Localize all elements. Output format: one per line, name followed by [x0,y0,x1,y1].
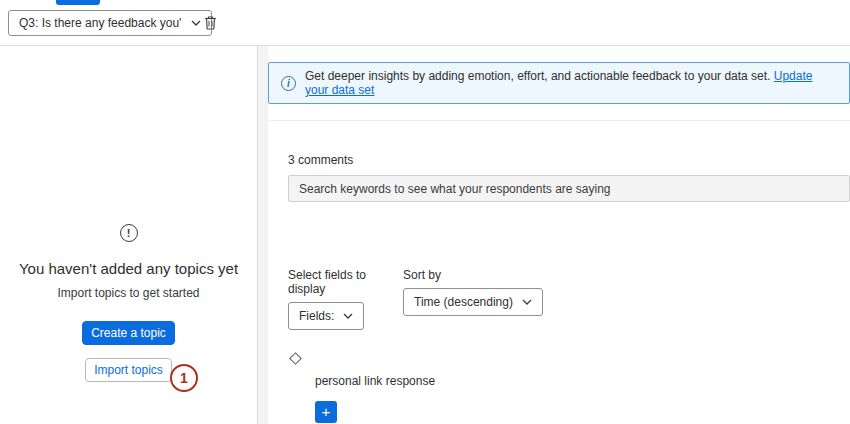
sort-filter-label: Sort by [403,268,543,282]
response-type-label: personal link response [315,374,850,388]
info-banner: i Get deeper insights by adding emotion,… [268,62,850,104]
info-icon: i [281,76,296,91]
keyword-search-input[interactable] [288,175,850,202]
fields-filter-label: Select fields to display [288,268,403,296]
annotation-step-badge: 1 [170,364,198,392]
chevron-down-icon [522,299,532,305]
filters-row: Select fields to display Fields: Sort by… [288,268,850,330]
comments-card: 3 comments Select fields to display Fiel… [268,120,850,424]
topbar: Q3: Is there any feedback you' [0,0,850,46]
trash-icon [203,15,218,31]
sort-dropdown-value: Time (descending) [414,295,513,309]
delete-question-button[interactable] [198,11,222,35]
fields-dropdown[interactable]: Fields: [288,302,364,330]
empty-state-subtitle: Import topics to get started [57,286,199,300]
question-selector-label: Q3: Is there any feedback you' [19,16,181,30]
chevron-down-icon [343,313,353,319]
banner-text: Get deeper insights by adding emotion, e… [305,69,837,97]
topics-sidebar: ! You haven't added any topics yet Impor… [0,46,258,424]
fields-dropdown-value: Fields: [299,309,334,323]
comments-count: 3 comments [288,153,850,167]
active-tab-indicator [56,0,100,5]
create-topic-button[interactable]: Create a topic [82,321,175,345]
alert-circle-icon: ! [120,224,138,242]
add-response-button[interactable]: + [315,401,337,423]
banner-message: Get deeper insights by adding emotion, e… [305,69,770,83]
diamond-icon [289,352,302,365]
question-selector-dropdown[interactable]: Q3: Is there any feedback you' [8,10,212,36]
fields-filter: Select fields to display Fields: [288,268,403,330]
sort-dropdown[interactable]: Time (descending) [403,288,543,316]
empty-state-title: You haven't added any topics yet [19,260,238,277]
responses-panel: i Get deeper insights by adding emotion,… [268,46,850,424]
import-topics-button[interactable]: Import topics [85,358,172,382]
sort-filter: Sort by Time (descending) [403,268,543,330]
